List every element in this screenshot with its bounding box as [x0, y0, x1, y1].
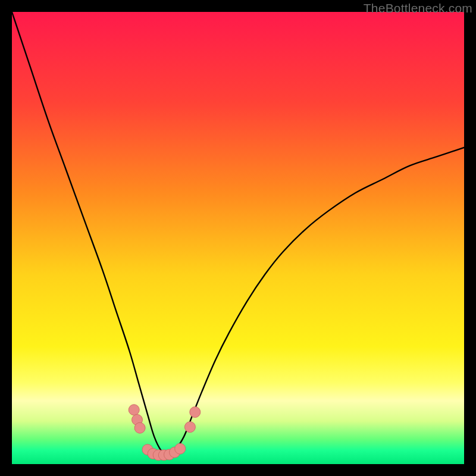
curve-marker — [129, 405, 139, 415]
curve-marker — [184, 422, 195, 433]
gradient-background — [12, 12, 464, 464]
watermark-text: TheBottleneck.com — [364, 1, 472, 15]
bottleneck-chart — [12, 12, 464, 464]
chart-frame — [12, 12, 464, 464]
curve-marker — [134, 422, 145, 433]
curve-marker — [190, 407, 201, 418]
curve-marker — [175, 443, 186, 454]
